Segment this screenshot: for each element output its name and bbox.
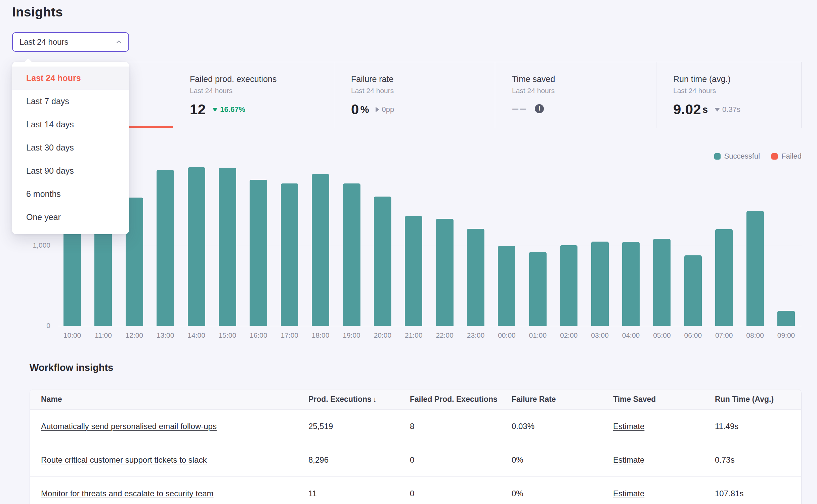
card-title: Failed prod. executions <box>190 74 334 84</box>
table-row: Automatically send personalised email fo… <box>30 410 801 443</box>
bar-successful[interactable] <box>746 211 764 326</box>
table-row: Route critical customer support tickets … <box>30 443 801 477</box>
bar-successful[interactable] <box>343 183 360 326</box>
x-tick-label: 06:00 <box>684 331 702 339</box>
x-tick-label: 10:00 <box>63 331 81 339</box>
workflow-name-link[interactable]: Monitor for threats and escalate to secu… <box>41 489 214 498</box>
prod-executions-cell: 25,519 <box>308 422 410 431</box>
column-header-run-time[interactable]: Run Time (Avg.) <box>715 395 801 404</box>
x-tick-label: 02:00 <box>560 331 578 339</box>
bar-group-0700: 07:00 <box>715 148 733 326</box>
bar-successful[interactable] <box>715 229 733 326</box>
x-tick-label: 15:00 <box>219 331 236 339</box>
bar-group-0800: 08:00 <box>746 148 764 326</box>
table-cell: Estimate <box>613 422 715 431</box>
metric-card-time-saved[interactable]: Time saved Last 24 hours –– i <box>495 62 656 128</box>
bar-successful[interactable] <box>63 233 81 326</box>
x-tick-label: 19:00 <box>343 331 360 339</box>
bar-successful[interactable] <box>188 167 205 326</box>
x-tick-label: 04:00 <box>622 331 640 339</box>
bar-group-1800: 18:00 <box>312 148 329 326</box>
time-saved-estimate-link[interactable]: Estimate <box>613 422 644 431</box>
bar-successful[interactable] <box>777 311 795 326</box>
run-time-cell: 107.81s <box>715 489 801 498</box>
menu-item-last-24-hours[interactable]: Last 24 hours <box>12 67 129 90</box>
bar-group-1500: 15:00 <box>219 148 236 326</box>
y-tick-1000: 1,000 <box>12 241 50 249</box>
time-saved-estimate-link[interactable]: Estimate <box>613 455 644 464</box>
metric-cards-row: Failed prod. executions Last 24 hours 12… <box>12 62 802 128</box>
x-tick-label: 05:00 <box>653 331 671 339</box>
x-tick-label: 20:00 <box>374 331 392 339</box>
bar-successful[interactable] <box>436 219 454 326</box>
sort-desc-icon: ↓ <box>373 395 377 404</box>
triangle-down-icon <box>212 108 218 112</box>
bar-successful[interactable] <box>560 245 577 326</box>
run-time-cell: 0.73s <box>715 455 801 465</box>
column-header-failure-rate[interactable]: Failure Rate <box>512 395 613 404</box>
bar-group-1700: 17:00 <box>281 148 298 326</box>
bar-group-1600: 16:00 <box>250 148 267 326</box>
triangle-down-icon <box>715 108 720 112</box>
bar-successful[interactable] <box>405 216 422 326</box>
metric-card-failed-prod-executions[interactable]: Failed prod. executions Last 24 hours 12… <box>173 62 334 128</box>
column-header-name[interactable]: Name <box>41 395 308 404</box>
bar-successful[interactable] <box>467 229 484 326</box>
bar-successful[interactable] <box>653 239 671 326</box>
bar-group-2100: 21:00 <box>405 148 422 326</box>
menu-item-last-90-days[interactable]: Last 90 days <box>12 159 129 182</box>
bar-successful[interactable] <box>157 170 174 326</box>
card-value-unit: s <box>702 104 708 115</box>
x-tick-label: 08:00 <box>746 331 764 339</box>
workflow-name-link[interactable]: Route critical customer support tickets … <box>41 455 207 464</box>
page-title: Insights <box>12 5 63 19</box>
x-tick-label: 12:00 <box>126 331 143 339</box>
bar-successful[interactable] <box>622 242 640 326</box>
bar-successful[interactable] <box>250 180 267 326</box>
x-tick-label: 23:00 <box>467 331 485 339</box>
time-saved-estimate-link[interactable]: Estimate <box>613 489 644 498</box>
bar-group-0000: 00:00 <box>498 148 515 326</box>
x-tick-label: 21:00 <box>405 331 423 339</box>
prod-executions-cell: 8,296 <box>308 455 410 465</box>
bar-successful[interactable] <box>684 255 702 326</box>
bar-group-2300: 23:00 <box>467 148 484 326</box>
bar-successful[interactable] <box>374 197 391 326</box>
failed-prod-executions-cell: 8 <box>410 422 512 431</box>
bar-successful[interactable] <box>312 174 329 326</box>
card-title: Run time (avg.) <box>673 74 801 84</box>
bar-successful[interactable] <box>281 183 298 326</box>
bar-successful[interactable] <box>219 168 236 326</box>
failed-prod-executions-cell: 0 <box>410 455 512 465</box>
menu-item-last-14-days[interactable]: Last 14 days <box>12 113 129 136</box>
card-value-row: 12 16.67% <box>190 101 334 118</box>
workflow-name-link[interactable]: Automatically send personalised email fo… <box>41 422 217 431</box>
bar-group-1300: 13:00 <box>157 148 174 326</box>
y-tick-0: 0 <box>12 322 50 330</box>
menu-item-6-months[interactable]: 6 months <box>12 182 129 206</box>
bar-successful[interactable] <box>591 242 609 326</box>
bar-successful[interactable] <box>498 246 515 326</box>
column-header-failed-prod-executions[interactable]: Failed Prod. Executions <box>410 395 512 404</box>
menu-item-one-year[interactable]: One year <box>12 206 129 229</box>
x-tick-label: 09:00 <box>777 331 795 339</box>
metric-card-run-time[interactable]: Run time (avg.) Last 24 hours 9.02 s 0.3… <box>656 62 802 128</box>
bar-successful[interactable] <box>94 233 112 326</box>
info-icon[interactable]: i <box>535 104 544 113</box>
menu-item-last-30-days[interactable]: Last 30 days <box>12 136 129 159</box>
time-range-select[interactable]: Last 24 hours <box>12 32 129 52</box>
bar-successful[interactable] <box>529 252 547 326</box>
card-value-empty: –– <box>512 101 527 116</box>
metric-card-failure-rate[interactable]: Failure rate Last 24 hours 0 % 0pp <box>334 62 495 128</box>
table-cell: Estimate <box>613 455 715 465</box>
column-header-label: Prod. Executions <box>308 395 372 404</box>
workflow-table: Name Prod. Executions↓ Failed Prod. Exec… <box>30 389 802 504</box>
triangle-right-icon <box>376 107 379 112</box>
gridline-0 <box>58 326 802 326</box>
column-header-time-saved[interactable]: Time Saved <box>613 395 715 404</box>
column-header-prod-executions[interactable]: Prod. Executions↓ <box>308 395 410 404</box>
menu-item-last-7-days[interactable]: Last 7 days <box>12 90 129 113</box>
table-header-row: Name Prod. Executions↓ Failed Prod. Exec… <box>30 389 801 410</box>
card-value: 0 <box>351 101 359 118</box>
bar-group-0200: 02:00 <box>560 148 577 326</box>
